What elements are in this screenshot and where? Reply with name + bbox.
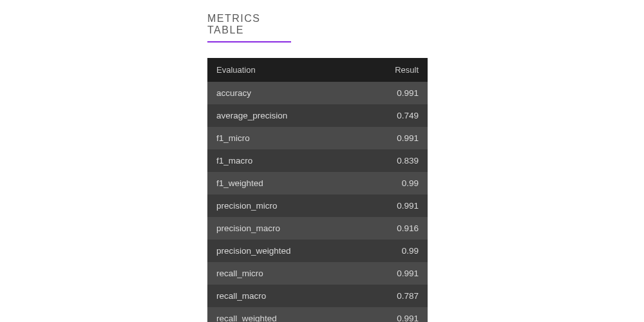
- table-row: recall_micro0.991: [207, 262, 428, 285]
- table-row: average_precision0.749: [207, 104, 428, 127]
- metric-name: precision_weighted: [207, 240, 359, 262]
- table-row: f1_micro0.991: [207, 127, 428, 149]
- metric-value: 0.749: [359, 104, 428, 127]
- table-header-row: Evaluation Result: [207, 58, 428, 82]
- metric-name: f1_weighted: [207, 172, 359, 194]
- metric-value: 0.916: [359, 217, 428, 240]
- metric-name: recall_macro: [207, 285, 359, 307]
- metrics-table-body: accuracy0.991 average_precision0.749 f1_…: [207, 82, 428, 322]
- metric-value: 0.991: [359, 307, 428, 322]
- metric-value: 0.99: [359, 240, 428, 262]
- metric-name: recall_weighted: [207, 307, 359, 322]
- metrics-table-wrap: Evaluation Result accuracy0.991 average_…: [207, 58, 428, 322]
- metric-name: recall_micro: [207, 262, 359, 285]
- metric-name: f1_macro: [207, 149, 359, 172]
- metric-value: 0.839: [359, 149, 428, 172]
- section-title: METRICS TABLE: [207, 13, 291, 43]
- table-row: accuracy0.991: [207, 82, 428, 104]
- metric-name: f1_micro: [207, 127, 359, 149]
- metric-value: 0.991: [359, 127, 428, 149]
- metric-name: average_precision: [207, 104, 359, 127]
- table-row: precision_weighted0.99: [207, 240, 428, 262]
- metric-name: precision_micro: [207, 194, 359, 217]
- metrics-table: Evaluation Result accuracy0.991 average_…: [207, 58, 428, 322]
- table-row: recall_weighted0.991: [207, 307, 428, 322]
- table-row: recall_macro0.787: [207, 285, 428, 307]
- metric-value: 0.99: [359, 172, 428, 194]
- table-row: precision_micro0.991: [207, 194, 428, 217]
- metric-name: precision_macro: [207, 217, 359, 240]
- metric-value: 0.991: [359, 194, 428, 217]
- table-row: f1_macro0.839: [207, 149, 428, 172]
- metric-value: 0.787: [359, 285, 428, 307]
- col-header-result: Result: [359, 58, 428, 82]
- metric-value: 0.991: [359, 82, 428, 104]
- metrics-container: METRICS TABLE Evaluation Result accuracy…: [0, 0, 644, 322]
- metric-value: 0.991: [359, 262, 428, 285]
- col-header-evaluation: Evaluation: [207, 58, 359, 82]
- table-row: precision_macro0.916: [207, 217, 428, 240]
- metric-name: accuracy: [207, 82, 359, 104]
- table-row: f1_weighted0.99: [207, 172, 428, 194]
